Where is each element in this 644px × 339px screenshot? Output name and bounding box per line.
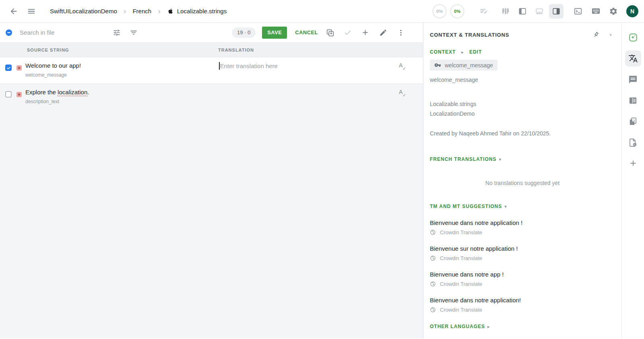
context-key-name: welcome_message	[430, 75, 615, 85]
proofread-mode-button[interactable]	[477, 4, 491, 19]
save-button[interactable]: SAVE	[262, 27, 287, 39]
edit-context-button[interactable]: EDIT	[469, 49, 482, 55]
chevron-down-icon: ▾	[499, 157, 501, 162]
add-panel-tab[interactable]	[625, 155, 641, 171]
side-by-side-view-button[interactable]	[498, 4, 513, 19]
top-header: SwiftUILocalizationDemo › French › Local…	[0, 0, 644, 23]
context-section-toggle[interactable]: CONTEXT	[430, 49, 456, 55]
chevron-right-icon: ▸	[487, 324, 490, 329]
suggestion-text: Bienvenue dans notre app !	[430, 271, 615, 278]
filter-button[interactable]	[127, 26, 140, 39]
more-options-button[interactable]	[394, 26, 407, 39]
bottom-panel-view-button[interactable]	[532, 4, 547, 19]
file-info-tab[interactable]	[625, 134, 641, 150]
select-all-checkbox[interactable]	[6, 29, 12, 36]
menu-button[interactable]	[24, 4, 39, 19]
pin-icon[interactable]	[591, 29, 601, 40]
kebab-menu-icon	[397, 29, 405, 37]
approve-button[interactable]	[341, 26, 354, 39]
french-translations-toggle[interactable]: FRENCH TRANSLATIONS	[430, 156, 496, 162]
spellcheck-icon[interactable]: A✓	[399, 89, 407, 97]
copy-source-icon	[326, 28, 334, 37]
source-string: Welcome to our app!	[25, 62, 81, 69]
shortcuts-button[interactable]	[588, 4, 603, 19]
no-translations-message: No translations suggested yet	[430, 180, 615, 186]
suggestion-text: Bienvenue sur notre application !	[430, 245, 615, 252]
side-by-side-view-icon	[501, 7, 510, 16]
suggestion-item[interactable]: Bienvenue dans notre application ! Crowd…	[430, 219, 615, 235]
approved-progress-badge[interactable]: 0%	[450, 4, 464, 19]
breadcrumb-separator: ›	[121, 6, 129, 16]
untranslated-status-icon	[17, 65, 22, 71]
breadcrumb-file[interactable]: Localizable.strings	[167, 8, 227, 15]
right-panel-view-button[interactable]	[549, 4, 564, 19]
ai-sparkle-icon	[628, 33, 638, 42]
copy-source-button[interactable]	[324, 26, 336, 39]
string-key: welcome_message	[25, 72, 67, 78]
edit-string-button[interactable]	[377, 26, 390, 39]
translated-progress-value: 0%	[436, 9, 443, 14]
tune-icon	[113, 29, 121, 37]
add-string-button[interactable]	[359, 26, 372, 39]
row-checkbox[interactable]	[5, 64, 12, 71]
plus-icon	[361, 28, 369, 37]
breadcrumb-project[interactable]: SwiftUILocalizationDemo	[50, 8, 117, 15]
spellcheck-icon[interactable]: A✓	[399, 62, 407, 71]
back-arrow-icon	[9, 7, 18, 16]
translated-progress-badge[interactable]: 0%	[432, 4, 447, 19]
table-header: SOURCE STRING TRANSLATION	[0, 43, 423, 57]
keyboard-icon	[591, 6, 601, 16]
cancel-button[interactable]: CANCEL	[295, 29, 318, 35]
translation-placeholder: Enter translation here	[220, 62, 278, 69]
text-cursor	[219, 62, 220, 70]
gear-icon	[609, 7, 618, 16]
table-row[interactable]: Explore the localization. description_te…	[0, 84, 423, 109]
crowdin-translate-icon	[430, 229, 436, 235]
translation-column-header: TRANSLATION	[218, 43, 254, 57]
suggestion-item[interactable]: Bienvenue dans notre app ! Crowdin Trans…	[430, 271, 615, 287]
panel-menu-chevron-icon[interactable]: ▾	[609, 32, 612, 37]
breadcrumb-separator: ›	[155, 6, 163, 16]
plus-icon	[629, 159, 638, 168]
settings-button[interactable]	[606, 4, 621, 19]
approved-progress-value: 0%	[454, 9, 460, 14]
avatar[interactable]: N	[626, 5, 638, 17]
tm-mt-suggestions-toggle[interactable]: TM AND MT SUGGESTIONS	[430, 204, 502, 209]
pencil-icon	[379, 29, 387, 37]
breadcrumb-language[interactable]: French	[132, 8, 151, 15]
suggestion-source: Crowdin Translate	[440, 229, 482, 235]
editor-area: 19 · 0 SAVE CANCEL SOURCE STRING TRANSLA…	[0, 23, 423, 339]
table-row[interactable]: Welcome to our app! welcome_message Ente…	[0, 57, 423, 84]
other-languages-toggle[interactable]: OTHER LANGUAGES	[430, 324, 485, 329]
view-mode-switcher	[498, 4, 564, 19]
right-panel-view-icon	[552, 7, 561, 16]
left-panel-view-icon	[518, 7, 527, 16]
context-info-tab[interactable]	[625, 92, 641, 108]
avatar-initial: N	[630, 8, 634, 15]
console-button[interactable]	[571, 4, 585, 19]
string-key-chip[interactable]: welcome_message	[430, 60, 497, 71]
back-button[interactable]	[6, 4, 21, 19]
left-panel-view-button[interactable]	[515, 4, 530, 19]
context-project-name: LocalizationDemo	[430, 109, 615, 119]
row-checkbox[interactable]	[5, 91, 12, 98]
suggestion-text: Bienvenue dans notre application !	[430, 219, 615, 226]
search-input[interactable]	[20, 29, 106, 36]
comments-tab[interactable]	[625, 71, 641, 87]
edit-list-icon	[479, 7, 488, 16]
created-by-line: Created by Naqeeb Ahmed Tahir on 22/10/2…	[430, 129, 615, 138]
suggestion-item[interactable]: Bienvenue sur notre application ! Crowdi…	[430, 245, 615, 261]
misspelled-word: localization	[58, 89, 87, 96]
source-text-part: .	[87, 89, 89, 96]
suggestion-item[interactable]: Bienvenue dans notre application! Crowdi…	[430, 297, 615, 313]
apple-icon	[167, 8, 174, 15]
translations-tab[interactable]	[625, 50, 641, 67]
comment-icon	[628, 75, 638, 84]
translation-editor[interactable]: Enter translation here	[219, 62, 278, 70]
string-key: description_text	[25, 99, 59, 104]
glossary-tab[interactable]	[625, 113, 641, 129]
search-options-button[interactable]	[110, 26, 123, 39]
side-tab-strip	[621, 23, 644, 339]
file-info-icon	[628, 138, 638, 147]
ai-assistant-tab[interactable]	[625, 29, 641, 46]
